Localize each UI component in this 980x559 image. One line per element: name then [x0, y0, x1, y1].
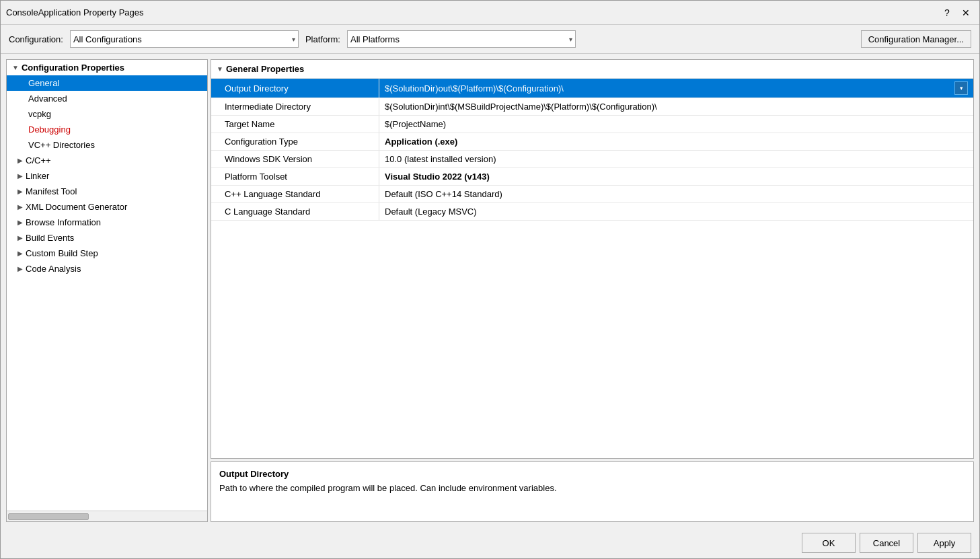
prop-value-target-name-text: $(ProjectName) [385, 119, 446, 129]
sidebar-item-cpp[interactable]: ▶ C/C++ [7, 153, 207, 168]
sidebar-item-vc-directories[interactable]: VC++ Directories [7, 137, 207, 153]
title-bar-controls: ? ✕ [939, 6, 974, 20]
prop-value-cpp-standard: Default (ISO C++14 Standard) [379, 186, 973, 202]
sidebar-item-browse-info-label: Browse Information [26, 217, 101, 227]
cancel-button[interactable]: Cancel [860, 533, 913, 553]
prop-name-output-dir: Output Directory [211, 79, 379, 98]
platform-select[interactable]: All Platforms ▾ [347, 30, 576, 48]
properties-section-label: General Properties [226, 64, 304, 74]
sidebar-item-build-events[interactable]: ▶ Build Events [7, 230, 207, 246]
configuration-select[interactable]: All Configurations ▾ [70, 30, 299, 48]
props-collapse-icon: ▼ [217, 65, 223, 73]
description-text: Path to where the compiled program will … [219, 483, 965, 493]
sidebar-item-advanced-label: Advanced [28, 94, 67, 104]
sidebar-section-label: Configuration Properties [22, 63, 124, 73]
dialog-title: ConsoleApplication Property Pages [6, 7, 144, 17]
expand-linker-icon: ▶ [17, 172, 23, 180]
sidebar-item-vc-directories-label: VC++ Directories [28, 140, 95, 150]
prop-value-intermediate-dir-text: $(SolutionDir)int\$(MSBuildProjectName)\… [385, 102, 657, 112]
prop-value-target-name: $(ProjectName) [379, 116, 973, 133]
platform-label: Platform: [305, 34, 340, 44]
sidebar-item-manifest-tool-label: Manifest Tool [26, 186, 77, 196]
configuration-label: Configuration: [9, 34, 63, 44]
sidebar-item-debugging-label: Debugging [28, 124, 71, 135]
prop-row-platform-toolset[interactable]: Platform Toolset Visual Studio 2022 (v14… [211, 168, 973, 186]
properties-table: ▼ General Properties Output Directory $(… [211, 59, 974, 459]
prop-value-sdk-version-text: 10.0 (latest installed version) [385, 154, 496, 164]
sidebar-item-code-analysis[interactable]: ▶ Code Analysis [7, 261, 207, 276]
sidebar-item-custom-build[interactable]: ▶ Custom Build Step [7, 246, 207, 261]
platform-dropdown-arrow-icon: ▾ [569, 36, 572, 43]
title-bar: ConsoleApplication Property Pages ? ✕ [1, 1, 979, 25]
sidebar-item-build-events-label: Build Events [26, 233, 74, 243]
config-bar: Configuration: All Configurations ▾ Plat… [1, 25, 979, 54]
output-dir-dropdown-btn[interactable]: ▾ [954, 81, 968, 95]
sidebar-item-xml-doc-gen[interactable]: ▶ XML Document Generator [7, 199, 207, 215]
prop-row-target-name[interactable]: Target Name $(ProjectName) [211, 116, 973, 133]
prop-value-c-standard-text: Default (Legacy MSVC) [385, 207, 477, 217]
sidebar-item-linker-label: Linker [26, 171, 49, 181]
prop-name-target-name: Target Name [211, 116, 379, 133]
prop-value-intermediate-dir: $(SolutionDir)int\$(MSBuildProjectName)\… [379, 98, 973, 115]
prop-name-sdk-version: Windows SDK Version [211, 151, 379, 167]
description-title: Output Directory [219, 469, 965, 479]
configuration-value: All Configurations [73, 34, 142, 44]
sidebar-item-vcpkg[interactable]: vcpkg [7, 106, 207, 122]
ok-button[interactable]: OK [802, 533, 856, 553]
sidebar-item-advanced[interactable]: Advanced [7, 91, 207, 106]
main-content: ▼ Configuration Properties General Advan… [1, 54, 979, 527]
expand-manifest-icon: ▶ [17, 188, 23, 195]
prop-row-intermediate-dir[interactable]: Intermediate Directory $(SolutionDir)int… [211, 98, 973, 116]
prop-row-c-standard[interactable]: C Language Standard Default (Legacy MSVC… [211, 203, 973, 221]
prop-name-cpp-standard: C++ Language Standard [211, 186, 379, 202]
sidebar-item-xml-doc-gen-label: XML Document Generator [26, 202, 127, 212]
configuration-manager-button[interactable]: Configuration Manager... [861, 30, 971, 48]
right-panel: ▼ General Properties Output Directory $(… [211, 59, 974, 522]
expand-browse-icon: ▶ [17, 219, 23, 226]
collapse-icon: ▼ [12, 64, 19, 71]
help-button[interactable]: ? [939, 6, 955, 20]
apply-button[interactable]: Apply [917, 533, 971, 553]
sidebar-item-code-analysis-label: Code Analysis [26, 264, 81, 274]
expand-code-analysis-icon: ▶ [17, 265, 23, 272]
expand-custom-build-icon: ▶ [17, 250, 23, 257]
description-box: Output Directory Path to where the compi… [211, 461, 974, 522]
sidebar-item-cpp-label: C/C++ [26, 155, 51, 165]
sidebar-item-custom-build-label: Custom Build Step [26, 248, 98, 258]
scrollbar-thumb[interactable] [8, 513, 89, 520]
prop-value-sdk-version: 10.0 (latest installed version) [379, 151, 973, 167]
sidebar-item-debugging[interactable]: Debugging [7, 122, 207, 137]
close-button[interactable]: ✕ [958, 6, 974, 20]
properties-section-header: ▼ General Properties [211, 60, 973, 79]
prop-value-output-dir: $(SolutionDir)out\$(Platform)\$(Configur… [379, 79, 973, 98]
prop-row-sdk-version[interactable]: Windows SDK Version 10.0 (latest install… [211, 151, 973, 168]
prop-row-cpp-standard[interactable]: C++ Language Standard Default (ISO C++14… [211, 186, 973, 203]
prop-name-c-standard: C Language Standard [211, 203, 379, 220]
prop-value-c-standard: Default (Legacy MSVC) [379, 203, 973, 220]
sidebar-item-general[interactable]: General [7, 75, 207, 91]
sidebar-item-general-label: General [28, 78, 59, 88]
property-pages-dialog: ConsoleApplication Property Pages ? ✕ Co… [0, 0, 980, 559]
sidebar-horizontal-scrollbar[interactable] [7, 511, 207, 521]
config-dropdown-arrow-icon: ▾ [292, 36, 295, 43]
prop-value-config-type: Application (.exe) [379, 133, 973, 150]
prop-name-config-type: Configuration Type [211, 133, 379, 150]
expand-xml-icon: ▶ [17, 203, 23, 211]
sidebar-item-linker[interactable]: ▶ Linker [7, 168, 207, 184]
prop-row-config-type[interactable]: Configuration Type Application (.exe) [211, 133, 973, 151]
sidebar: ▼ Configuration Properties General Advan… [6, 59, 208, 522]
button-bar: OK Cancel Apply [1, 527, 979, 558]
prop-value-platform-toolset-text: Visual Studio 2022 (v143) [385, 172, 490, 182]
expand-build-events-icon: ▶ [17, 234, 23, 241]
prop-value-platform-toolset: Visual Studio 2022 (v143) [379, 168, 973, 185]
prop-name-intermediate-dir: Intermediate Directory [211, 98, 379, 115]
sidebar-item-manifest-tool[interactable]: ▶ Manifest Tool [7, 184, 207, 199]
prop-value-cpp-standard-text: Default (ISO C++14 Standard) [385, 189, 502, 199]
prop-row-output-dir[interactable]: Output Directory $(SolutionDir)out\$(Pla… [211, 79, 973, 98]
sidebar-item-browse-info[interactable]: ▶ Browse Information [7, 215, 207, 230]
prop-name-platform-toolset: Platform Toolset [211, 168, 379, 185]
platform-value: All Platforms [350, 34, 400, 44]
sidebar-section-header[interactable]: ▼ Configuration Properties [7, 60, 207, 75]
prop-value-config-type-text: Application (.exe) [385, 137, 457, 147]
sidebar-item-vcpkg-label: vcpkg [28, 109, 51, 119]
